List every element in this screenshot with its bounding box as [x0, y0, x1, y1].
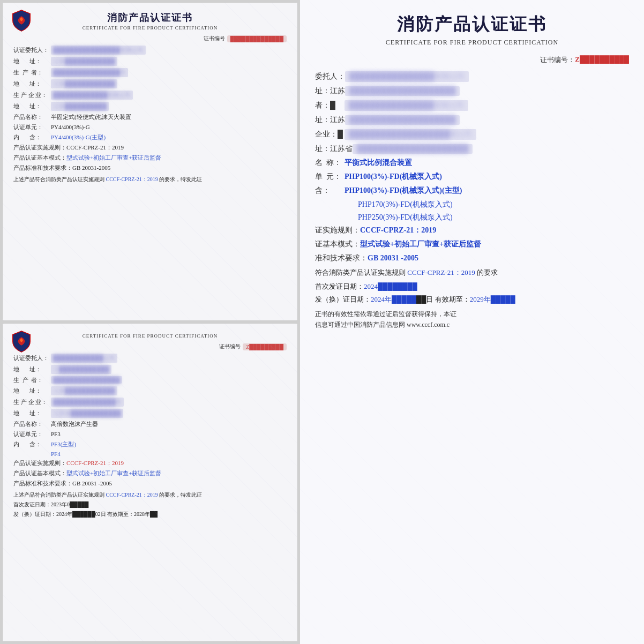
right-footer-line1: 正书的有效性需依靠通过证后监督获得保持，本证: [315, 309, 629, 319]
right-sub-1: PHP170(3%)-FD(机械泵入式): [358, 200, 629, 209]
cert-title-en-2: CERTIFICATE FOR FIRE PRODUCT CERTIFICATI…: [83, 333, 218, 339]
field-1-2: 地 址： 江苏████████████: [13, 57, 287, 66]
cert-id-value-2: Z█████████: [243, 343, 287, 350]
cert-id-value-1: ██████████████: [227, 35, 287, 42]
right-closing: 符合消防类产品认证实施规则 CCCF-CPRZ-21：2019 的要求: [315, 267, 629, 279]
cert-id-label-1: 证书编号: [204, 35, 225, 42]
field-2-3: 生 产 者： ████████████████: [13, 376, 287, 384]
right-field-5: 企业：█ ███████████████████限公司: [315, 129, 629, 140]
right-field-9: 含： PHP100(3%)-FD(机械泵入式)(主型): [315, 186, 629, 196]
right-cert-id-value: Z██████████: [575, 55, 629, 65]
left-panel: 消防产品认证证书 CERTIFICATE FOR FIRE PRODUCT CE…: [0, 0, 300, 644]
field-1-7: 产品名称： 半固定式(轻便式)泡沫灭火装置: [13, 113, 287, 121]
field-2-4: 地 址： 江苏████████████: [13, 386, 287, 395]
right-field-8: 单 元： PHP100(3%)-FD(机械泵入式): [315, 172, 629, 182]
field-2-8: 认证单元： PF3: [13, 430, 287, 438]
field-1-3: 生 产 者： ████████████████司: [13, 68, 287, 77]
cert-id-row-2: 证书编号 Z█████████: [13, 343, 287, 350]
right-cert-id-label: 证书编号：: [540, 55, 575, 65]
cert-date-2: 发（换）证日期：2024年██████02日 有效期至：2028年██: [13, 511, 287, 518]
field-2-2: 地 址： 江████████████: [13, 365, 287, 374]
right-field-4: 址：江苏 ████████████████████: [315, 115, 629, 125]
right-field-6: 址：江苏省 █████████████████████: [315, 144, 629, 154]
right-issue-date: 发（换）证日期：2024年███████日 有效期至：2029年█████: [315, 295, 629, 304]
field-1-4: 地 址： 江苏████████████: [13, 79, 287, 88]
field-2-9: 内 含： PF3(主型): [13, 440, 287, 448]
cert-closing-1: 上述产品符合消防类产品认证实施规则 CCCF-CPRZ-21：2019 的要求，…: [13, 175, 287, 183]
right-field-7: 名 称： 平衡式比例混合装置: [315, 158, 629, 168]
field-2-13: 产品标准和技术要求： GB 20031 -2005: [13, 480, 287, 488]
field-2-11: 产品认证实施规则： CCCF-CPRZ-21：2019: [13, 459, 287, 467]
right-field-2: 址：江苏 ████████████████████: [315, 86, 629, 96]
right-footer: 正书的有效性需依靠通过证后监督获得保持，本证 信息可通过中国消防产品信息网 ww…: [315, 309, 629, 331]
field-1-8: 认证单元： PY4/400(3%)-G: [13, 123, 287, 131]
cert-header-2: CERTIFICATE FOR FIRE PRODUCT CERTIFICATI…: [13, 332, 287, 339]
field-2-10: PF4: [13, 451, 287, 457]
cert-title-en-1: CERTIFICATE FOR FIRE PRODUCT CERTIFICATI…: [83, 25, 218, 31]
field-1-12: 产品标准和技术要求： GB 20031-2005: [13, 164, 287, 172]
right-footer-line2: 信息可通过中国消防产品信息网 www.cccf.com.c: [315, 319, 629, 330]
cert-logo-2: [11, 330, 33, 351]
field-2-12: 产品认证基本模式： 型式试验+初始工厂审查+获证后监督: [13, 469, 287, 477]
field-2-5: 生 产 企 业： ███████████████司: [13, 398, 287, 407]
right-cert-id: 证书编号： Z██████████: [315, 55, 629, 65]
field-2-6: 地 址： 江苏省████████████: [13, 409, 287, 418]
field-1-10: 产品认证实施规则： CCCF-CPRZ-21：2019: [13, 144, 287, 152]
field-1-5: 生 产 企 业： █████████████有限公司: [13, 91, 287, 100]
right-sub-2: PHP250(3%)-FD(机械泵入式): [358, 213, 629, 222]
cert-logo-1: [11, 9, 33, 31]
right-title-zh: 消防产品认证证书: [315, 13, 629, 36]
field-1-6: 地 址： 江苏██████████: [13, 102, 287, 111]
right-field-3: 者：█ ████████████████有限公司: [315, 100, 629, 111]
cert-date-1: 首次发证日期：2023年0█████: [13, 501, 287, 508]
cert-card-1: 消防产品认证证书 CERTIFICATE FOR FIRE PRODUCT CE…: [2, 2, 298, 321]
cert-card-2: CERTIFICATE FOR FIRE PRODUCT CERTIFICATI…: [2, 323, 298, 642]
field-1-9: 内 含： PY4/400(3%)-G(主型): [13, 133, 287, 141]
field-2-1: 认证委托人： ████████████公司: [13, 354, 287, 363]
right-panel: 消防产品认证证书 CERTIFICATE FOR FIRE PRODUCT CE…: [300, 0, 644, 644]
cert-id-label-2: 证书编号: [219, 343, 241, 350]
field-1-1: 认证委托人： ████████████████有限公司: [13, 46, 287, 55]
field-2-7: 产品名称： 高倍数泡沫产生器: [13, 420, 287, 428]
right-first-date: 首次发证日期：2024████████: [315, 282, 629, 291]
right-field-11: 证基本模式： 型式试验+初始工厂审查+获证后监督: [315, 239, 629, 249]
cert-title-zh-1: 消防产品认证证书: [107, 11, 193, 24]
cert-closing-2: 上述产品符合消防类产品认证实施规则 CCCF-CPRZ-21：2019 的要求，…: [13, 491, 287, 499]
right-field-1: 委托人： ████████████████有限公司: [315, 71, 629, 82]
right-field-10: 证实施规则： CCCF-CPRZ-21：2019: [315, 226, 629, 235]
right-field-12: 准和技术要求： GB 20031 -2005: [315, 253, 629, 263]
cert-id-row-1: 证书编号 ██████████████: [13, 35, 287, 42]
cert-header-1: 消防产品认证证书 CERTIFICATE FOR FIRE PRODUCT CE…: [13, 11, 287, 31]
right-title-en: CERTIFICATE FOR FIRE PRODUCT CERTIFICATI…: [315, 39, 629, 47]
field-1-11: 产品认证基本模式： 型式试验+初始工厂审查+获证后监督: [13, 154, 287, 162]
